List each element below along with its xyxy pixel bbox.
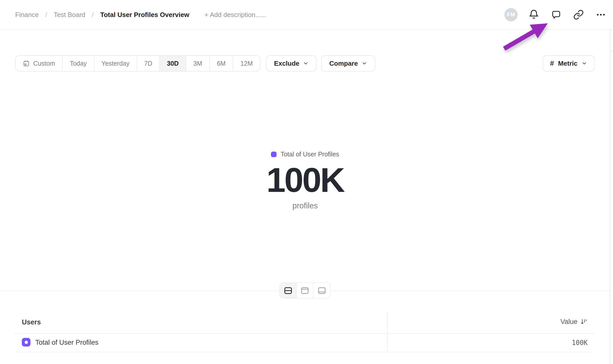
view-toggle-group [279, 282, 331, 299]
date-range-3m[interactable]: 3M [186, 56, 210, 71]
bell-icon [529, 9, 539, 20]
breadcrumb-separator: / [45, 11, 47, 19]
header-actions: FM [504, 8, 607, 21]
date-range-label: 30D [167, 60, 179, 67]
date-range-label: Yesterday [101, 60, 129, 67]
legend-label: Total of User Profiles [281, 151, 339, 158]
copy-link-button[interactable] [572, 9, 585, 21]
breadcrumb: Finance / Test Board / Total User Profil… [15, 11, 266, 19]
view-toggle-split[interactable] [280, 283, 297, 298]
date-range-label: 3M [193, 60, 202, 67]
date-range-label: 12M [240, 60, 253, 67]
page-title: Total User Profiles Overview [100, 11, 189, 19]
compare-dropdown[interactable]: Compare [321, 55, 375, 71]
table-header-value-label: Value [560, 318, 577, 326]
kpi-value: 100K [266, 161, 344, 199]
date-range-6m[interactable]: 6M [210, 56, 233, 71]
date-range-30d[interactable]: 30D [160, 56, 186, 71]
top-header: Finance / Test Board / Total User Profil… [0, 0, 613, 30]
bottom-panel-view-icon [317, 286, 327, 295]
chat-bubble-icon [551, 9, 561, 20]
breadcrumb-separator: / [92, 11, 94, 19]
date-range-yesterday[interactable]: Yesterday [94, 56, 137, 71]
exclude-label: Exclude [274, 60, 299, 67]
split-view-icon [283, 286, 293, 295]
date-range-custom[interactable]: Custom [16, 56, 63, 71]
dashboard-page: Finance / Test Board / Total User Profil… [0, 0, 613, 364]
table-header-users: Users [22, 318, 41, 326]
top-panel-view-icon [300, 286, 310, 295]
legend-item[interactable]: Total of User Profiles [271, 151, 339, 158]
exclude-dropdown[interactable]: Exclude [266, 55, 317, 71]
series-dot-inner [25, 341, 28, 344]
sort-descending-icon [581, 318, 588, 325]
chevron-down-icon [362, 61, 367, 66]
metric-label: Metric [558, 60, 577, 67]
chevron-down-icon [582, 61, 587, 66]
date-range-12m[interactable]: 12M [233, 56, 260, 71]
compare-label: Compare [329, 60, 358, 67]
avatar[interactable]: FM [504, 8, 518, 21]
date-range-segmented-control: Custom Today Yesterday 7D 30D 3M 6M 12M [15, 55, 260, 71]
notifications-button[interactable] [528, 9, 540, 21]
link-icon [573, 9, 584, 20]
kpi-unit: profiles [293, 201, 318, 210]
add-description-field[interactable]: + Add description...... [205, 11, 266, 19]
hash-icon: # [550, 59, 554, 67]
more-options-button[interactable] [595, 9, 607, 21]
metric-dropdown[interactable]: # Metric [542, 55, 595, 71]
table-row-label: Total of User Profiles [35, 339, 98, 347]
date-filter-toolbar: Custom Today Yesterday 7D 30D 3M 6M 12M … [15, 55, 375, 71]
kpi-block: Total of User Profiles 100K profiles [0, 151, 610, 210]
date-range-label: Custom [33, 60, 55, 67]
table-row[interactable] [15, 334, 594, 352]
ellipsis-icon [595, 9, 606, 20]
table-row-value: 100K [572, 339, 588, 347]
breadcrumb-finance[interactable]: Finance [15, 11, 39, 19]
view-toggle-top-panel[interactable] [297, 283, 313, 298]
calendar-icon [23, 60, 30, 67]
table-header-value-sort[interactable]: Value [560, 318, 588, 326]
view-toggle-bottom-panel[interactable] [313, 283, 330, 298]
date-range-label: Today [70, 60, 87, 67]
right-panel-stub-divider [610, 51, 613, 51]
date-range-today[interactable]: Today [63, 56, 94, 71]
series-dot-icon [22, 338, 30, 347]
table-row-divider [15, 352, 594, 352]
breadcrumb-test-board[interactable]: Test Board [54, 11, 85, 19]
date-range-label: 6M [217, 60, 226, 67]
date-range-label: 7D [144, 60, 152, 67]
date-range-7d[interactable]: 7D [137, 56, 160, 71]
legend-swatch [271, 152, 277, 157]
comments-button[interactable] [550, 9, 562, 21]
chevron-down-icon [303, 61, 309, 66]
